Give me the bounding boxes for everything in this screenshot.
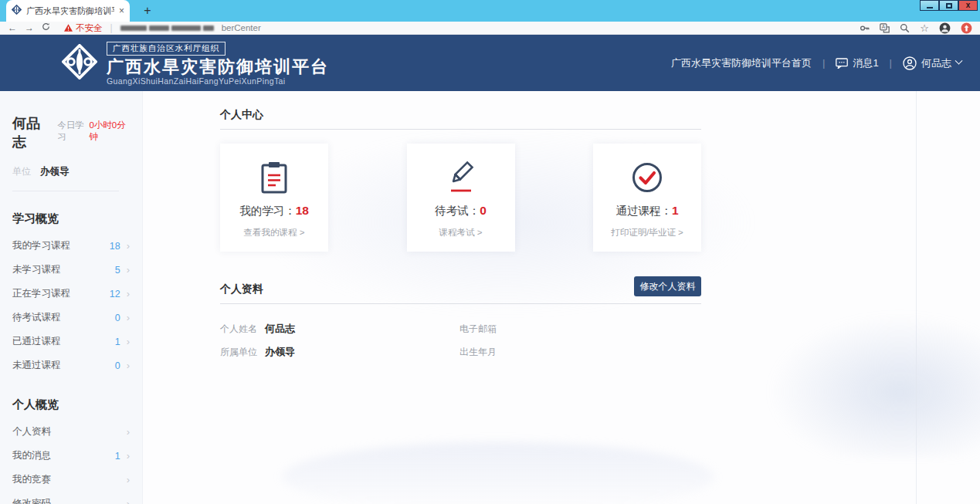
unit-value: 办领导	[40, 165, 70, 178]
unit-label: 单位	[12, 165, 31, 178]
pending-exam-card[interactable]: 待考试：0 课程考试 >	[407, 144, 515, 252]
chevron-right-icon: ›	[127, 450, 130, 462]
sidebar-item-competitions[interactable]: 我的竞赛 ›	[12, 468, 130, 492]
site-pinyin: GuangXiShuiHanZaiHaiFangYuPeiXunPingTai	[107, 76, 329, 86]
field-label-name: 个人姓名	[220, 323, 265, 336]
forward-icon[interactable]: →	[25, 23, 34, 32]
card-count: 1	[672, 204, 679, 217]
field-label-email: 电子邮箱	[459, 323, 504, 336]
passed-courses-card[interactable]: 通过课程：1 打印证明/毕业证 >	[593, 144, 701, 252]
window-maximize-button[interactable]	[939, 0, 958, 11]
window-minimize-button[interactable]	[920, 0, 939, 11]
nav-separator: |	[822, 57, 825, 69]
profile-avatar-icon[interactable]	[939, 22, 951, 34]
translate-icon[interactable]: A	[880, 23, 890, 33]
sidebar-item-not-started[interactable]: 未学习课程 5 ›	[12, 258, 130, 282]
password-key-icon[interactable]	[860, 23, 870, 33]
today-study-label: 今日学习	[57, 120, 89, 143]
main-content: 个人中心 我的学习：18 查看我的课程 >	[143, 91, 980, 504]
sidebar-item-my-courses[interactable]: 我的学习课程 18 ›	[12, 234, 130, 258]
new-tab-button[interactable]: +	[139, 2, 156, 19]
tab-title: 广西水旱灾害防御培训平台	[26, 5, 114, 17]
profile-section: 个人资料 个人姓名 何品志 电子邮箱	[220, 252, 701, 364]
field-label-birth: 出生年月	[459, 346, 504, 359]
card-count: 18	[296, 204, 309, 217]
section-divider	[220, 303, 701, 304]
card-label: 我的学习：	[239, 205, 296, 217]
svg-text:A: A	[882, 24, 886, 29]
reload-icon[interactable]	[42, 22, 50, 33]
summary-cards: 我的学习：18 查看我的课程 > 待考试：0 课程考试 >	[220, 144, 701, 252]
addressbar-actions: A ☆	[860, 22, 972, 34]
site-logo-icon	[62, 44, 97, 83]
edit-profile-button[interactable]: 修改个人资料	[634, 276, 701, 296]
clipboard-icon	[220, 160, 328, 195]
sidebar-item-change-password[interactable]: 修改密码 ›	[12, 492, 130, 504]
sidebar-item-profile[interactable]: 个人资料 ›	[12, 420, 130, 444]
chevron-down-icon	[955, 57, 963, 65]
update-alert-icon[interactable]	[961, 22, 972, 34]
chevron-right-icon: ›	[127, 312, 130, 323]
window-close-button[interactable]: x	[958, 0, 978, 11]
my-study-card[interactable]: 我的学习：18 查看我的课程 >	[220, 144, 328, 252]
sidebar-item-not-passed[interactable]: 未通过课程 0 ›	[12, 353, 130, 377]
maximize-icon	[946, 3, 952, 8]
field-value-name: 何品志	[265, 322, 295, 336]
url-redacted-text	[120, 25, 214, 31]
card-link[interactable]: 课程考试 >	[407, 227, 515, 238]
nav-home-link[interactable]: 广西水旱灾害防御培训平台首页	[671, 56, 812, 70]
chevron-right-icon: ›	[127, 360, 130, 371]
site-brand: 广西壮族自治区水利厅组织 广西水旱灾害防御培训平台 GuangXiShuiHan…	[107, 40, 329, 86]
nav-separator: |	[890, 57, 892, 69]
chevron-right-icon: ›	[127, 498, 130, 504]
sidebar-user-name: 何品志	[12, 114, 49, 151]
tab-close-icon[interactable]: ×	[119, 6, 124, 15]
site-favicon-icon	[12, 4, 22, 18]
chevron-right-icon: ›	[127, 288, 130, 299]
personal-center-title: 个人中心	[220, 91, 701, 122]
browser-tab[interactable]: 广西水旱灾害防御培训平台 ×	[6, 0, 130, 22]
user-icon	[903, 56, 917, 70]
card-count: 0	[480, 204, 487, 217]
content-edge-divider	[916, 91, 917, 504]
zoom-icon[interactable]	[900, 23, 910, 33]
chevron-right-icon: ›	[127, 336, 130, 347]
count-badge: 18	[107, 241, 120, 252]
pencil-icon	[407, 160, 515, 195]
card-label: 待考试：	[435, 205, 480, 217]
messages-link[interactable]: 消息1	[836, 56, 878, 70]
background-watermark	[282, 442, 714, 504]
user-menu[interactable]: 何品志	[903, 56, 961, 70]
warning-triangle-icon	[64, 24, 73, 32]
security-warning-label: 不安全	[76, 22, 103, 34]
site-header: 广西壮族自治区水利厅组织 广西水旱灾害防御培训平台 GuangXiShuiHan…	[0, 35, 980, 91]
count-badge: 1	[107, 451, 120, 462]
card-link[interactable]: 打印证明/毕业证 >	[593, 227, 701, 238]
browser-window: 广西水旱灾害防御培训平台 × + x ← → 不安全 | berCenter A	[0, 0, 980, 504]
org-badge: 广西壮族自治区水利厅组织	[107, 42, 226, 56]
header-nav: 广西水旱灾害防御培训平台首页 | 消息1 | 何品志	[671, 56, 961, 70]
section-divider	[220, 129, 701, 130]
message-icon	[836, 58, 848, 69]
background-watermark	[764, 311, 980, 458]
security-warning[interactable]: 不安全	[64, 22, 103, 34]
sidebar: 何品志 今日学习 0小时0分钟 单位 办领导 学习概览 我的学习课程 18 › …	[0, 91, 143, 504]
back-icon[interactable]: ←	[8, 23, 17, 32]
bookmark-star-icon[interactable]: ☆	[920, 23, 929, 33]
sidebar-item-in-progress[interactable]: 正在学习课程 12 ›	[12, 282, 130, 306]
minimize-icon	[927, 7, 933, 8]
sidebar-item-pending-exam[interactable]: 待考试课程 0 ›	[12, 306, 130, 330]
user-name: 何品志	[921, 56, 951, 70]
check-circle-icon	[593, 160, 701, 195]
count-badge: 5	[107, 265, 120, 276]
card-link[interactable]: 查看我的课程 >	[220, 227, 328, 238]
sidebar-item-passed[interactable]: 已通过课程 1 ›	[12, 330, 130, 353]
chevron-right-icon: ›	[127, 474, 130, 485]
personal-overview-title: 个人概览	[12, 397, 130, 412]
today-study-value: 0小时0分钟	[89, 120, 130, 143]
url-visible-text: berCenter	[222, 23, 261, 32]
sidebar-item-messages[interactable]: 我的消息 1 ›	[12, 444, 130, 468]
count-badge: 1	[107, 337, 120, 347]
window-controls: x	[920, 0, 978, 11]
count-badge: 0	[107, 313, 120, 323]
